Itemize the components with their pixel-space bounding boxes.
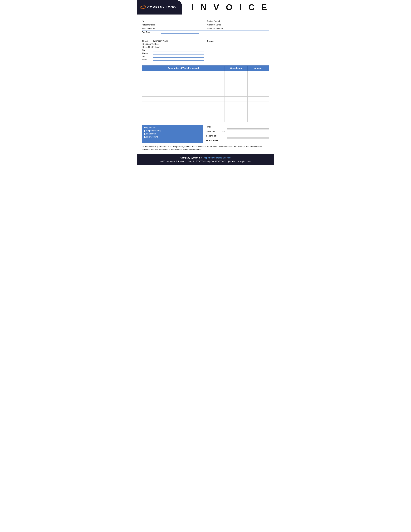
client-phone-label: Phone (142, 52, 151, 55)
client-email-value (153, 58, 204, 61)
table-row (142, 71, 269, 76)
table-row (142, 86, 269, 91)
work-table: Description of Work Performed Completion… (142, 66, 269, 122)
total-label: Total (206, 126, 222, 128)
meta-row-duedate: Due Date : (142, 30, 206, 34)
client-attn-row: Attn : (142, 49, 204, 51)
client-company-name: [Company Name] (153, 40, 204, 42)
state-tax-value-box (227, 129, 269, 133)
client-attn-value (153, 49, 204, 51)
footer-website[interactable]: http://freewordtemplates.net/ (204, 157, 231, 159)
meta-value-agreement (161, 24, 199, 26)
payment-label: Payment to : (144, 126, 200, 129)
client-phone-row: Phone : (142, 52, 204, 55)
meta-row-supervisor: Supervisor Name : (206, 27, 269, 30)
meta-row-no: No : (142, 19, 206, 23)
meta-grid: No : Agreement No : Work Order No : Due … (142, 19, 269, 34)
state-tax-pct: 3% (222, 130, 227, 133)
meta-section: No : Agreement No : Work Order No : Due … (137, 18, 274, 34)
client-fax-value (153, 55, 204, 57)
project-sub-line-2 (207, 47, 269, 49)
client-fax-row: Fax : (142, 55, 204, 57)
client-city: [City, ST, ZIP Code] (142, 46, 204, 48)
meta-label-supervisor: Supervisor Name (207, 28, 225, 30)
bottom-section: Payment to : [Company Name] [Bank Name] … (142, 125, 269, 143)
col-completion: Completion (224, 66, 247, 71)
meta-label-architect: Architect Name (207, 24, 225, 26)
client-email-row: Email : (142, 58, 204, 61)
client-label: Client (142, 40, 151, 42)
payment-account: [Bank Account] (144, 136, 200, 138)
meta-label-duedate: Due Date (142, 31, 159, 33)
table-row (142, 76, 269, 81)
project-sub-line-3 (207, 51, 269, 53)
meta-value-no (161, 20, 199, 22)
meta-right-col: Project Period : Architect Name : Superv… (206, 19, 269, 34)
meta-value-duedate (161, 31, 199, 34)
project-label: Project (207, 40, 217, 42)
footer-line-1: Company System Inc. | http://freewordtem… (140, 156, 271, 160)
invoice-title: I N V O I C E (191, 2, 269, 12)
table-row (142, 112, 269, 117)
meta-left-col: No : Agreement No : Work Order No : Due … (142, 19, 206, 34)
totals-block: Total State Tax 3% Federal Tax Grand Tot… (206, 125, 269, 143)
meta-value-supervisor (227, 28, 269, 30)
meta-row-architect: Architect Name : (206, 23, 269, 27)
table-row (142, 81, 269, 86)
meta-row-agreement: Agreement No : (142, 23, 206, 27)
client-city-row: [City, ST, ZIP Code] (142, 46, 204, 48)
footer-company: Company System Inc. (180, 157, 202, 159)
federal-tax-label: Federal Tax (206, 135, 222, 137)
meta-value-period (227, 20, 269, 22)
table-body (142, 71, 269, 122)
logo-swoosh-icon (140, 6, 146, 9)
header: COMPANY LOGO I N V O I C E (137, 0, 274, 15)
client-attn-label: Attn (142, 49, 151, 51)
logo-text: COMPANY LOGO (140, 6, 176, 9)
invoice-title-block: I N V O I C E (182, 0, 274, 15)
table-header-row: Description of Work Performed Completion… (142, 66, 269, 71)
payment-bank: [Bank Name] (144, 133, 200, 135)
client-phone-value (153, 52, 204, 55)
table-row (142, 102, 269, 107)
grand-total-label: Grand Total (206, 139, 222, 142)
meta-label-no: No (142, 20, 159, 22)
client-block: Client : [Company Name] [Company Address… (142, 40, 204, 61)
grand-total-row: Grand Total (206, 138, 269, 142)
client-address: [Company Address] (142, 43, 204, 45)
meta-row-period: Project Period : (206, 19, 269, 23)
state-tax-label: State Tax (206, 130, 222, 133)
meta-row-workorder: Work Order No : (142, 27, 206, 30)
footer: Company System Inc. | http://freewordtem… (137, 154, 274, 165)
client-header-row: Client : [Company Name] (142, 40, 204, 42)
client-section: Client : [Company Name] [Company Address… (137, 38, 274, 63)
notes-text: All materials are guaranteed to be as sp… (142, 145, 269, 151)
table-row (142, 117, 269, 122)
client-email-label: Email (142, 58, 151, 61)
total-row: Total (206, 125, 269, 129)
table-row (142, 91, 269, 96)
meta-label-period: Project Period (207, 20, 225, 22)
client-address-row: [Company Address] (142, 43, 204, 45)
logo-block: COMPANY LOGO (137, 0, 182, 15)
federal-tax-row: Federal Tax (206, 134, 269, 138)
state-tax-row: State Tax 3% (206, 129, 269, 133)
table-header: Description of Work Performed Completion… (142, 66, 269, 71)
col-amount: Amount (247, 66, 269, 71)
project-block: Project : (207, 40, 269, 61)
meta-value-workorder (161, 28, 199, 30)
meta-label-agreement: Agreement No (142, 24, 159, 26)
notes-section: All materials are guaranteed to be as sp… (142, 145, 269, 151)
meta-value-architect (227, 24, 269, 26)
table-row (142, 96, 269, 102)
federal-tax-value-box (227, 134, 269, 138)
grand-total-value-box (227, 138, 269, 142)
project-name-line (219, 40, 269, 42)
project-header-row: Project : (207, 40, 269, 42)
table-row (142, 107, 269, 112)
payment-block: Payment to : [Company Name] [Bank Name] … (142, 125, 203, 143)
footer-line-2: 8030 Harrington Rd, Miami, USA | Ph 555-… (140, 160, 271, 163)
total-value-box (227, 125, 269, 129)
meta-label-workorder: Work Order No (142, 28, 159, 30)
client-fax-label: Fax (142, 55, 151, 57)
